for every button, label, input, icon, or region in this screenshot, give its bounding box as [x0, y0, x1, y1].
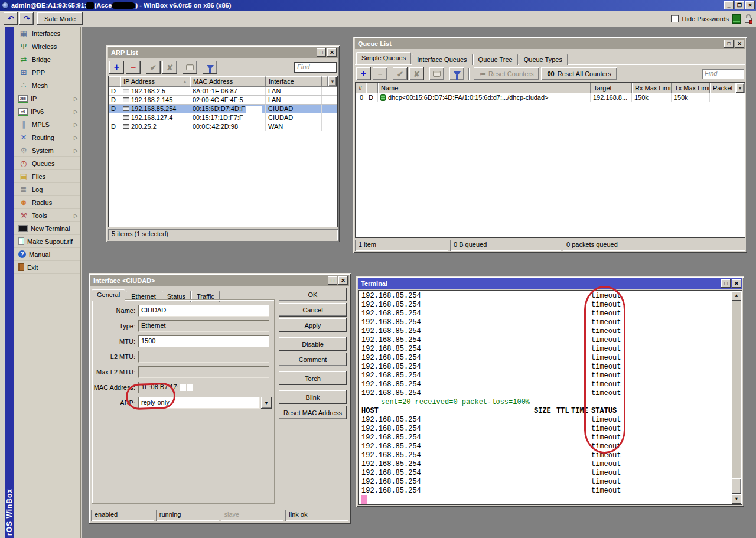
close-icon[interactable]: ✕ — [732, 279, 741, 288]
sidebar-item-ppp[interactable]: ⊞PPP — [14, 66, 80, 79]
queue-window-titlebar[interactable]: Queue List □ ✕ — [355, 38, 745, 49]
maximize-icon[interactable]: □ — [724, 40, 734, 48]
maximize-icon[interactable]: □ — [721, 279, 731, 288]
sidebar-item-system[interactable]: ⚙System▷ — [14, 144, 80, 157]
arp-window-titlebar[interactable]: ARP List □ ✕ — [108, 47, 338, 58]
flag-column-header[interactable] — [109, 76, 120, 87]
comment-button[interactable]: Comment — [279, 353, 347, 366]
mac-column-header[interactable]: MAC Address — [190, 76, 266, 87]
add-button[interactable]: + — [356, 67, 371, 80]
sidebar-item-radius[interactable]: ☻Radius — [14, 196, 80, 209]
dropdown-arrow-icon[interactable]: ▼ — [261, 397, 272, 409]
cancel-button[interactable]: Cancel — [279, 303, 347, 317]
sidebar-item-log[interactable]: ≣Log — [14, 183, 80, 196]
scroll-up-icon[interactable]: ▲ — [732, 291, 741, 301]
sidebar-item-new-terminal[interactable]: _New Terminal — [14, 222, 80, 235]
close-icon[interactable]: ✕ — [338, 276, 348, 285]
tab-queue-types[interactable]: Queue Types — [519, 54, 568, 65]
tab-general[interactable]: General — [92, 289, 125, 301]
sidebar-item-bridge[interactable]: ⇄Bridge — [14, 53, 80, 66]
comment-button[interactable] — [429, 67, 444, 80]
disable-button[interactable]: ✘ — [162, 61, 177, 74]
sidebar-item-exit[interactable]: Exit — [14, 261, 80, 274]
num-column-header[interactable]: # — [356, 83, 366, 93]
reset-all-counters-button[interactable]: 00 Reset All Counters — [541, 67, 617, 80]
scroll-down-icon[interactable]: ▼ — [732, 494, 741, 504]
enable-button[interactable]: ✔ — [146, 61, 161, 74]
sidebar-item-routing[interactable]: ✕Routing▷ — [14, 131, 80, 144]
arp-table-row[interactable]: D200.25.200:0C:42:2D:98WAN — [109, 122, 337, 131]
torch-button[interactable]: Torch — [279, 371, 347, 385]
apply-button[interactable]: Apply — [279, 318, 347, 332]
sidebar-item-wireless[interactable]: ΨWireless — [14, 40, 80, 53]
add-button[interactable]: + — [109, 61, 124, 74]
disable-button[interactable]: Disable — [279, 337, 347, 351]
sidebar-item-queues[interactable]: ◴Queues — [14, 157, 80, 170]
terminal-cursor — [361, 495, 367, 504]
tab-queue-tree[interactable]: Queue Tree — [473, 54, 518, 65]
disable-button[interactable]: ✘ — [409, 67, 424, 80]
column-select-dropdown[interactable]: ▼ — [735, 83, 745, 93]
sidebar-item-mpls[interactable]: ∥MPLS▷ — [14, 118, 80, 131]
target-column-header[interactable]: Target — [591, 83, 632, 93]
sidebar-item-mesh[interactable]: ∴Mesh — [14, 79, 80, 92]
find-input[interactable]: Find — [294, 62, 337, 73]
close-icon[interactable]: ✕ — [745, 1, 755, 9]
sidebar-item-tools[interactable]: ⚒Tools▷ — [14, 209, 80, 222]
type-input[interactable]: Ethernet — [138, 320, 269, 332]
arp-table-row[interactable]: D192.168.2.58A:01:1E:06:87LAN — [109, 87, 337, 96]
mtu-input[interactable]: 1500 — [138, 335, 269, 347]
l2-mtu-input[interactable] — [138, 351, 269, 363]
sidebar-item-manual[interactable]: ?Manual — [14, 248, 80, 261]
sidebar-item-make-supout-rif[interactable]: Make Supout.rif — [14, 235, 80, 248]
tab-simple-queues[interactable]: Simple Queues — [356, 52, 411, 64]
scrollbar-thumb[interactable] — [732, 478, 741, 494]
tab-interface-queues[interactable]: Interface Queues — [412, 54, 472, 65]
column-select-dropdown[interactable]: ▼ — [328, 76, 337, 87]
comment-button[interactable] — [183, 61, 197, 74]
ip-column-header[interactable]: IP Address▲ — [120, 76, 190, 87]
sidebar-item-files[interactable]: ▤Files — [14, 170, 80, 183]
name-column-header[interactable]: Name — [378, 83, 591, 93]
packet-column-header[interactable]: Packet — [710, 83, 735, 93]
max-l2-mtu-input[interactable] — [138, 366, 269, 378]
enable-button[interactable]: ✔ — [393, 67, 408, 80]
filter-button[interactable] — [449, 67, 464, 80]
tx-max-column-header[interactable]: Tx Max Limit — [672, 83, 710, 93]
sidebar-item-ip[interactable]: 255IP▷ — [14, 92, 80, 105]
arp-table-row[interactable]: D192.168.85.25400:15:6D:D7:4D:FCIUDAD — [109, 105, 337, 113]
terminal-screen[interactable]: 192.168.85.254timeout192.168.85.254timeo… — [358, 290, 742, 505]
sidebar-item-ipv6[interactable]: v6IPv6▷ — [14, 105, 80, 118]
rx-max-column-header[interactable]: Rx Max Limit — [632, 83, 672, 93]
filter-button[interactable] — [203, 61, 217, 74]
mac-address-input[interactable]: 1E:08:B7:17: — [138, 382, 269, 393]
redo-button[interactable]: ↷ — [19, 12, 34, 25]
queue-table-row[interactable]: 0Ddhcp<00:15:6D:D7:4D:FA/1:0:15:6d:d7:..… — [356, 93, 745, 102]
arp-table-row[interactable]: D192.168.2.14502:00:4C:4F:4F:5LAN — [109, 96, 337, 105]
remove-button[interactable]: − — [126, 61, 141, 74]
close-icon[interactable]: ✕ — [735, 40, 744, 48]
name-input[interactable]: CIUDAD — [138, 305, 269, 317]
flag-column-header[interactable] — [366, 83, 378, 93]
interface-window-titlebar[interactable]: Interface <CIUDAD> □ ✕ — [90, 275, 349, 286]
minimize-icon[interactable]: _ — [724, 1, 734, 9]
maximize-icon[interactable]: □ — [317, 48, 326, 57]
interface-column-header[interactable]: Interface — [266, 76, 322, 87]
reset-counters-button[interactable]: ≔ Reset Counters — [474, 67, 539, 80]
arp-table-row[interactable]: 192.168.127.400:15:17:1D:F7:FCIUDAD — [109, 113, 337, 122]
sidebar-item-interfaces[interactable]: ▦Interfaces — [14, 27, 80, 40]
remove-button[interactable]: − — [373, 67, 387, 80]
ok-button[interactable]: OK — [279, 288, 347, 301]
terminal-window-titlebar[interactable]: Terminal □ ✕ — [358, 278, 742, 289]
arp-input[interactable]: reply-only — [138, 397, 260, 409]
maximize-icon[interactable]: □ — [328, 276, 337, 285]
undo-button[interactable]: ↶ — [4, 12, 18, 25]
safe-mode-button[interactable]: Safe Mode — [37, 12, 83, 25]
reset-mac-address-button[interactable]: Reset MAC Address — [279, 406, 347, 419]
find-input[interactable]: Find — [702, 69, 744, 79]
blink-button[interactable]: Blink — [279, 390, 347, 404]
close-icon[interactable]: ✕ — [327, 48, 337, 57]
terminal-scrollbar[interactable]: ▲ ▼ — [732, 291, 741, 504]
hide-passwords-checkbox[interactable] — [671, 15, 679, 22]
restore-icon[interactable]: ❐ — [735, 1, 744, 9]
